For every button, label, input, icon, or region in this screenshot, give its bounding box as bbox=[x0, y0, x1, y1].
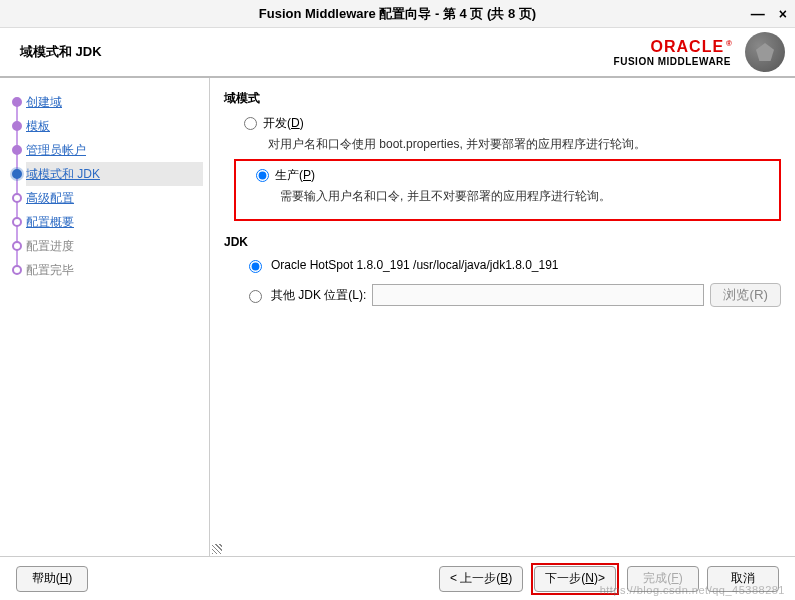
cancel-button[interactable]: 取消 bbox=[707, 566, 779, 592]
oracle-brand: ORACLE FUSION MIDDLEWARE bbox=[614, 38, 731, 67]
step-dot-icon bbox=[12, 121, 22, 131]
sidebar-step-1[interactable]: 模板 bbox=[26, 114, 203, 138]
prod-mode-label: 生产(P) bbox=[275, 167, 315, 184]
main-panel: 域模式 开发(D) 对用户名和口令使用 boot.properties, 并对要… bbox=[210, 78, 795, 556]
sidebar-step-5[interactable]: 配置概要 bbox=[26, 210, 203, 234]
sidebar-step-label[interactable]: 高级配置 bbox=[26, 190, 74, 207]
sidebar-step-label: 配置进度 bbox=[26, 238, 74, 255]
sidebar-step-label[interactable]: 模板 bbox=[26, 118, 50, 135]
next-button[interactable]: 下一步(N)> bbox=[534, 566, 616, 592]
dev-mode-radio[interactable] bbox=[244, 117, 257, 130]
jdk-heading: JDK bbox=[224, 235, 781, 249]
sidebar-step-4[interactable]: 高级配置 bbox=[26, 186, 203, 210]
jdk-path-input[interactable] bbox=[372, 284, 704, 306]
back-button[interactable]: < 上一步(B) bbox=[439, 566, 523, 592]
sidebar-step-label[interactable]: 管理员帐户 bbox=[26, 142, 86, 159]
domain-mode-heading: 域模式 bbox=[224, 90, 781, 107]
header: 域模式和 JDK ORACLE FUSION MIDDLEWARE bbox=[0, 28, 795, 78]
jdk-oracle-label: Oracle HotSpot 1.8.0_191 /usr/local/java… bbox=[271, 258, 559, 272]
jdk-other-label: 其他 JDK 位置(L): bbox=[271, 287, 366, 304]
jdk-oracle-radio[interactable] bbox=[249, 260, 262, 273]
minimize-icon[interactable]: — bbox=[751, 6, 765, 22]
help-button[interactable]: 帮助(H) bbox=[16, 566, 88, 592]
finish-button[interactable]: 完成(F) bbox=[627, 566, 699, 592]
prod-mode-radio[interactable] bbox=[256, 169, 269, 182]
step-dot-icon bbox=[12, 193, 22, 203]
sidebar-step-0[interactable]: 创建域 bbox=[26, 90, 203, 114]
sidebar-step-6: 配置进度 bbox=[26, 234, 203, 258]
sidebar-step-label[interactable]: 域模式和 JDK bbox=[26, 166, 100, 183]
dev-mode-desc: 对用户名和口令使用 boot.properties, 并对要部署的应用程序进行轮… bbox=[268, 136, 781, 153]
sidebar-step-label: 配置完毕 bbox=[26, 262, 74, 279]
sidebar-step-label[interactable]: 配置概要 bbox=[26, 214, 74, 231]
step-dot-icon bbox=[12, 265, 22, 275]
window-title: Fusion Middleware 配置向导 - 第 4 页 (共 8 页) bbox=[259, 5, 536, 23]
sidebar-step-label[interactable]: 创建域 bbox=[26, 94, 62, 111]
sidebar-step-7: 配置完毕 bbox=[26, 258, 203, 282]
close-icon[interactable]: × bbox=[779, 6, 787, 22]
page-title: 域模式和 JDK bbox=[20, 43, 102, 61]
browse-button[interactable]: 浏览(R) bbox=[710, 283, 781, 307]
titlebar: Fusion Middleware 配置向导 - 第 4 页 (共 8 页) —… bbox=[0, 0, 795, 28]
next-button-highlight: 下一步(N)> bbox=[531, 563, 619, 595]
step-dot-icon bbox=[12, 97, 22, 107]
dev-mode-label: 开发(D) bbox=[263, 115, 304, 132]
prod-mode-desc: 需要输入用户名和口令, 并且不对要部署的应用程序进行轮询。 bbox=[280, 188, 771, 205]
step-dot-icon bbox=[12, 145, 22, 155]
sidebar-step-3[interactable]: 域模式和 JDK bbox=[26, 162, 203, 186]
footer: 帮助(H) < 上一步(B) 下一步(N)> 完成(F) 取消 bbox=[0, 556, 795, 600]
prod-mode-highlight: 生产(P) 需要输入用户名和口令, 并且不对要部署的应用程序进行轮询。 bbox=[234, 159, 781, 221]
step-dot-icon bbox=[12, 241, 22, 251]
oracle-logo-icon bbox=[745, 32, 785, 72]
step-dot-icon bbox=[12, 217, 22, 227]
sidebar-step-2[interactable]: 管理员帐户 bbox=[26, 138, 203, 162]
jdk-other-radio[interactable] bbox=[249, 290, 262, 303]
step-dot-icon bbox=[12, 169, 22, 179]
sidebar: 创建域模板管理员帐户域模式和 JDK高级配置配置概要配置进度配置完毕 bbox=[0, 78, 210, 556]
resize-grip-icon bbox=[212, 544, 222, 554]
